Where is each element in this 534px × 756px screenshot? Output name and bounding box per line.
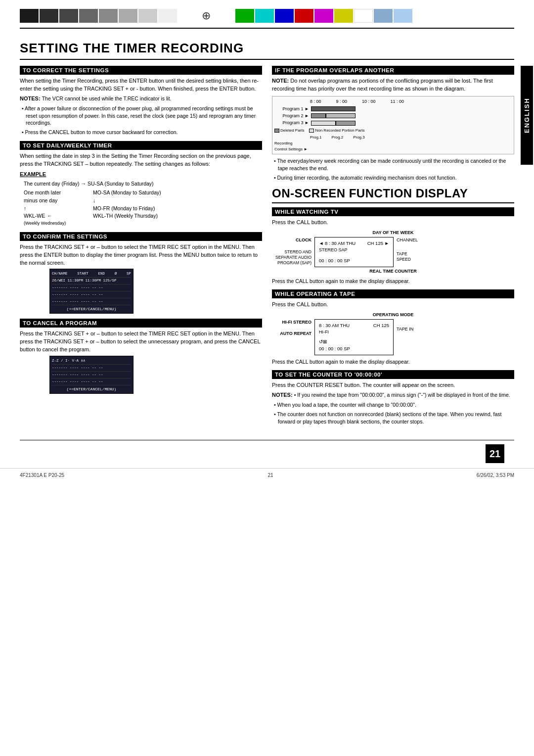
time-1000: 10 : 00 xyxy=(362,98,376,105)
channel-value: CH 125 ► xyxy=(367,240,389,247)
vcr-data-row3: ------- ---- ---- -- -- xyxy=(52,291,131,298)
footer-left: 4F21301A E P20-25 xyxy=(20,472,64,478)
prog3-label: Program 3 ► xyxy=(274,120,309,126)
daily-body-text: When setting the date in step 3 in the S… xyxy=(20,152,262,168)
tv-screen-row3: 00 : 00 : 00 SP xyxy=(319,257,389,264)
prog2-remain xyxy=(326,113,356,118)
note-1: The VCR cannot be used while the T.REC i… xyxy=(42,95,172,101)
cancel-r1: Z-Z / I· V·A ∧∧ xyxy=(52,358,86,364)
counter-note2: • When you load a tape, the counter will… xyxy=(272,401,514,409)
call-note-watching: Press the CALL button again to make the … xyxy=(272,278,514,285)
arrow-left: ← xyxy=(47,212,52,220)
cancel-r2: ------- ---- ---- -- -- xyxy=(52,365,103,371)
operating-mode-label: OPERATING MODE xyxy=(272,312,514,318)
prog2-label: Program 2 ► xyxy=(274,113,309,119)
prog-label-3: Prog.3 xyxy=(353,135,365,141)
example-wkl-row: ↑ xyxy=(24,205,83,213)
repeat-icon: ↺⊠ xyxy=(319,338,327,345)
overlap-note2: • During timer recording, the automatic … xyxy=(272,174,514,182)
prog3-nonrec xyxy=(311,121,336,126)
hifi-label-container: HI-FI STEREO xyxy=(272,319,312,326)
gray-bar-7 xyxy=(138,9,157,23)
vcr-row3-data: ------- ---- ---- -- -- xyxy=(52,292,103,297)
example-content: The current day (Friday) → SU-SA (Sunday… xyxy=(24,180,262,227)
diagram-legend: Deleted Parts Non Recorded Portion Parts xyxy=(274,128,512,134)
legend-deleted: Deleted Parts xyxy=(274,128,304,134)
watching-press-call: Press the CALL button. xyxy=(272,219,514,227)
while-operating-section: WHILE OPERATING A TAPE Press the CALL bu… xyxy=(272,289,514,365)
cancel-program-body: Press the TRACKING SET + or – button to … xyxy=(20,330,262,394)
color-bar-row: ⊕ xyxy=(0,0,534,28)
example-text-1: The current day (Friday) → SU-SA (Sunday… xyxy=(24,181,154,187)
gray-bar-6 xyxy=(119,9,137,23)
prog2-bars xyxy=(311,113,356,118)
correct-body-text: When setting the Timer Recording, press … xyxy=(20,77,262,93)
cancel-footer: (+=ENTER/CANCEL/MENU) xyxy=(52,386,131,392)
example-wkl-we: WKL-WE ← xyxy=(24,212,83,220)
vcr-header-row: CH/NAME START END Ø SP xyxy=(52,271,131,278)
confirm-settings-body: Press the TRACKING SET + or – button to … xyxy=(20,243,262,314)
tv-display-row: CLOCK STEREO AND SEPARATE AUDIO PROGRAM … xyxy=(272,237,514,267)
color-bar-green xyxy=(235,9,254,23)
example-r4: WKL-TH (Weekly Thursday) xyxy=(93,212,262,220)
set-counter-text: Press the COUNTER RESET button. The coun… xyxy=(272,381,514,389)
confirm-settings-header: TO CONFIRM THE SETTINGS xyxy=(20,232,262,241)
real-time-label: REAL TIME COUNTER xyxy=(272,268,514,275)
program-overlaps-section: IF THE PROGRAM OVERLAPS ANOTHER NOTE: Do… xyxy=(272,66,514,182)
gray-bar-2 xyxy=(40,9,58,23)
hifi-label: HI-FI STEREO xyxy=(282,320,312,325)
op-channel-value: CH 125 xyxy=(373,322,389,329)
cancel-r3: ------- ---- ---- -- -- xyxy=(52,372,103,378)
page-number-container: 21 xyxy=(0,440,534,463)
time-1100: 11 : 00 xyxy=(391,98,404,105)
daily-weekly-section: TO SET DAILY/WEEKLY TIMER When setting t… xyxy=(20,141,262,227)
page-title: SETTING THE TIMER RECORDING xyxy=(20,41,514,60)
tape-speed-line1: TAPE xyxy=(397,251,426,257)
hifi-value: HI-FI xyxy=(319,330,329,334)
vcr-col-sp: SP xyxy=(127,271,131,277)
vcr-col-end: END xyxy=(98,271,105,277)
tape-speed-line2: SPEED xyxy=(397,257,426,262)
top-columns: TO CORRECT THE SETTINGS When setting the… xyxy=(20,66,514,430)
cancel-r4: ------- ---- ---- -- -- xyxy=(52,379,103,384)
overlaps-note-label: NOTE: xyxy=(272,78,290,84)
time-900: 9 : 00 xyxy=(336,98,348,105)
set-counter-section: TO SET THE COUNTER TO '00:00:00' Press t… xyxy=(272,370,514,425)
prog1-row: Program 1 ► xyxy=(274,106,512,112)
prog1-label: Program 1 ► xyxy=(274,106,309,112)
counter-note3: • The counter does not function on nonre… xyxy=(272,411,514,425)
note-3: • Press the CANCEL button to move cursor… xyxy=(20,129,262,136)
tv-screen-box: ◄ 8 : 30 AM THU CH 125 ► STEREO SAP 00 :… xyxy=(314,237,394,267)
gray-bar-4 xyxy=(79,9,98,23)
gray-bar-5 xyxy=(99,9,118,23)
color-bars xyxy=(235,9,412,23)
diagram-time-row: 8 : 00 9 : 00 10 : 00 11 : 00 xyxy=(310,98,512,105)
channel-label: CHANNEL xyxy=(397,237,426,243)
confirm-body-text: Press the TRACKING SET + or – button to … xyxy=(20,243,262,267)
prog-label-2: Prog.2 xyxy=(332,135,344,141)
legend-nonrec: Non Recorded Portion Parts xyxy=(309,128,364,134)
cancel-screen-row2: ------- ---- ---- -- -- xyxy=(52,365,131,372)
example-l3l: minus one day xyxy=(24,197,83,205)
call-note-operating: Press the CALL button again to make the … xyxy=(272,358,514,366)
color-bar-white xyxy=(354,9,373,23)
prog3-row: Program 3 ► xyxy=(274,120,512,126)
example-r2: MO-SA (Monday to Saturday) xyxy=(93,189,262,197)
operating-display-container: OPERATING MODE HI-FI STEREO AUTO REPEAT xyxy=(272,312,514,355)
cancel-program-header: TO CANCEL A PROGRAM xyxy=(20,319,262,328)
vcr-col-mode: Ø xyxy=(115,271,117,277)
crosshair-icon: ⊕ xyxy=(202,9,211,22)
gray-bar-3 xyxy=(59,9,78,23)
op-counter-value: 00 : 00 : 00 SP xyxy=(319,346,350,351)
day-of-week-label: DAY OF THE WEEK xyxy=(272,230,514,236)
auto-repeat-label: AUTO REPEAT xyxy=(280,331,312,336)
example-label: EXAMPLE xyxy=(20,171,262,179)
color-bar-lightblue xyxy=(374,9,393,23)
stereo-line2: SEPARATE AUDIO xyxy=(272,255,312,260)
english-label: ENGLISH xyxy=(521,66,533,165)
operating-header: WHILE OPERATING A TAPE xyxy=(272,289,514,298)
counter-notes-label: NOTES: xyxy=(272,392,294,398)
correct-notes-block: NOTES: The VCR cannot be used while the … xyxy=(20,95,262,103)
operating-screen-row2: HI-FI xyxy=(319,329,389,335)
overlaps-note: NOTE: Do not overlap programs as portion… xyxy=(272,77,514,93)
